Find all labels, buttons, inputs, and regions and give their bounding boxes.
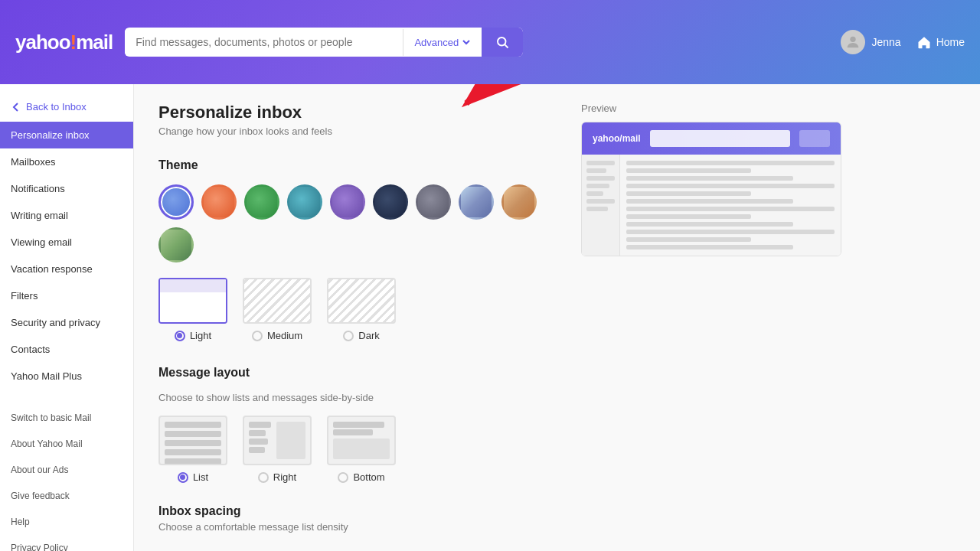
layout-options: List <box>158 416 557 483</box>
brightness-medium[interactable]: Medium <box>243 278 312 341</box>
preview-content-row <box>626 245 793 249</box>
back-to-inbox-link[interactable]: Back to Inbox <box>0 92 133 122</box>
home-button[interactable]: Home <box>916 34 965 50</box>
layout-bottom-radio[interactable] <box>338 472 348 483</box>
sidebar-item-give-feedback[interactable]: Give feedback <box>0 483 133 509</box>
search-button[interactable] <box>482 28 523 57</box>
layout-row <box>249 422 271 428</box>
sidebar-item-contacts[interactable]: Contacts <box>0 336 133 363</box>
layout-bottom[interactable]: Bottom <box>327 416 396 483</box>
sidebar-item-label: Personalize inbox <box>11 129 90 141</box>
sidebar-item-switch-basic[interactable]: Switch to basic Mail <box>0 405 133 431</box>
sidebar-item-personalize-inbox[interactable]: Personalize inbox <box>0 122 133 148</box>
color-swatch-photo3[interactable] <box>158 227 194 262</box>
message-layout-label: Message layout <box>158 366 557 380</box>
preview-content-row <box>626 207 835 211</box>
color-swatch-green[interactable] <box>244 184 279 220</box>
inbox-spacing-section: Inbox spacing Choose a comfortable messa… <box>158 504 557 533</box>
color-swatch-photo1[interactable] <box>459 184 494 220</box>
sidebar-item-notifications[interactable]: Notifications <box>0 175 133 202</box>
preview-content-row <box>626 237 751 242</box>
layout-list[interactable]: List <box>158 416 227 483</box>
light-preview-content <box>160 279 226 322</box>
sidebar-footer-label: About Yahoo Mail <box>11 439 83 449</box>
layout-row <box>249 447 265 453</box>
preview-search-bar <box>650 130 790 147</box>
search-input[interactable] <box>125 28 403 56</box>
user-info[interactable]: Jenna <box>841 30 900 54</box>
sidebar-item-viewing-email[interactable]: Viewing email <box>0 229 133 256</box>
preview-content-row <box>626 222 793 227</box>
preview-button <box>799 130 830 147</box>
sidebar-item-label: Yahoo Mail Plus <box>11 370 82 382</box>
color-swatch-blue[interactable] <box>158 184 194 220</box>
color-swatch-teal[interactable] <box>287 184 322 220</box>
brightness-dark-radio[interactable] <box>343 331 354 341</box>
brightness-medium-radio[interactable] <box>252 331 263 341</box>
color-swatch-photo2[interactable] <box>501 184 537 220</box>
layout-right-label: Right <box>258 471 296 483</box>
sidebar-item-about-yahoo-mail[interactable]: About Yahoo Mail <box>0 431 133 457</box>
chevron-down-icon <box>462 37 471 47</box>
preview-logo-text: yahoo/mail <box>593 133 641 144</box>
layout-bottom-split <box>333 422 390 459</box>
preview-header: yahoo/mail <box>582 122 841 155</box>
sidebar-item-yahoo-mail-plus[interactable]: Yahoo Mail Plus <box>0 363 133 390</box>
logo-text: yahoo!mail <box>15 31 113 54</box>
preview-label: Preview <box>581 103 841 114</box>
sidebar-nav: Personalize inbox Mailboxes Notification… <box>0 122 133 390</box>
preview-content-row <box>626 191 751 196</box>
layout-right-panel <box>276 422 305 459</box>
sidebar-item-label: Viewing email <box>11 236 72 248</box>
layout-row <box>165 431 221 437</box>
sidebar-footer-label: Switch to basic Mail <box>11 412 91 423</box>
layout-row <box>333 422 384 428</box>
layout-bottom-label: Bottom <box>338 471 384 483</box>
preview-panel: Preview yahoo/mail <box>581 103 841 533</box>
sidebar-item-vacation-response[interactable]: Vacation response <box>0 256 133 282</box>
layout-bottom-preview[interactable] <box>327 416 396 465</box>
preview-content-row <box>626 161 835 165</box>
layout-list-radio[interactable] <box>178 472 188 483</box>
brightness-dark-label: Dark <box>343 330 379 341</box>
layout-right-left <box>249 422 273 459</box>
sidebar-item-filters[interactable]: Filters <box>0 282 133 309</box>
preview-content-row <box>626 168 751 173</box>
brightness-medium-preview[interactable] <box>243 278 312 324</box>
layout-list-rows <box>165 422 221 465</box>
brightness-light-radio[interactable] <box>175 331 185 341</box>
color-swatch-gray[interactable] <box>416 184 451 220</box>
layout-right-radio[interactable] <box>258 472 269 483</box>
sidebar-item-security-privacy[interactable]: Security and privacy <box>0 309 133 336</box>
brightness-light-label: Light <box>175 330 211 341</box>
color-swatch-purple[interactable] <box>330 184 365 220</box>
preview-side-row <box>586 184 609 188</box>
brightness-dark[interactable]: Dark <box>327 278 396 341</box>
brightness-options: Light Medium <box>158 278 557 341</box>
color-swatch-darknavy[interactable] <box>373 184 408 220</box>
inbox-spacing-subtitle: Choose a comfortable message list densit… <box>158 521 557 533</box>
preview-box: yahoo/mail <box>581 122 841 256</box>
layout-right-split <box>249 422 305 459</box>
svg-line-1 <box>505 44 508 47</box>
avatar <box>841 30 865 54</box>
sidebar-item-label: Vacation response <box>11 263 93 275</box>
sidebar-item-writing-email[interactable]: Writing email <box>0 202 133 229</box>
dark-preview-content <box>328 279 394 322</box>
layout-right-preview[interactable] <box>243 416 312 465</box>
message-layout-subtitle: Choose to show lists and messages side-b… <box>158 392 557 403</box>
brightness-light-preview[interactable] <box>158 278 227 324</box>
sidebar-item-help[interactable]: Help <box>0 509 133 535</box>
sidebar-item-about-ads[interactable]: About our Ads <box>0 457 133 483</box>
theme-colors <box>158 184 557 262</box>
advanced-button[interactable]: Advanced <box>403 29 482 56</box>
color-swatch-orange[interactable] <box>201 184 237 220</box>
sidebar-footer-label: Help <box>11 517 30 527</box>
brightness-light[interactable]: Light <box>158 278 227 341</box>
layout-list-preview[interactable] <box>158 416 227 465</box>
sidebar-footer-label: About our Ads <box>11 465 68 475</box>
sidebar-item-mailboxes[interactable]: Mailboxes <box>0 148 133 175</box>
brightness-dark-preview[interactable] <box>327 278 396 324</box>
layout-right[interactable]: Right <box>243 416 312 483</box>
sidebar-item-privacy-policy[interactable]: Privacy Policy <box>0 535 133 551</box>
